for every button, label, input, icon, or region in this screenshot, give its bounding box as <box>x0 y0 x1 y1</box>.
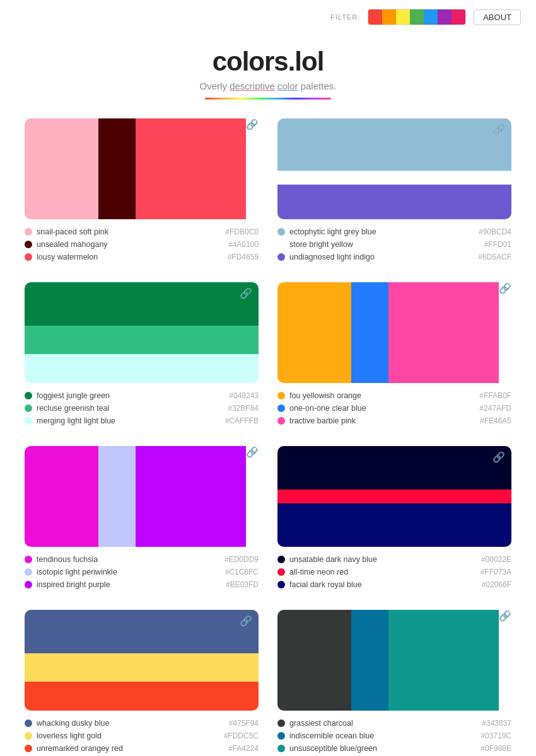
color-dot <box>25 404 32 412</box>
color-hex: #CAFFFB <box>225 416 259 425</box>
swatch-row <box>277 118 511 171</box>
list-item: unremarked orangey red#FA4224 <box>25 742 259 755</box>
palette-link-icon[interactable]: 🔗 <box>240 287 252 299</box>
color-hex: #02066F <box>482 580 511 589</box>
filter-swatch[interactable] <box>396 9 410 25</box>
palette-swatch: 🔗 <box>277 610 511 711</box>
palette-link-icon[interactable]: 🔗 <box>492 123 505 135</box>
color-name: store bright yellow <box>289 240 353 249</box>
palette-swatch: 🔗 <box>25 610 259 711</box>
list-item: all-time neon red#FF073A <box>277 566 511 578</box>
color-name: merging light light blue <box>37 416 115 425</box>
color-hex: #03719C <box>481 731 511 740</box>
color-name: snail-paced soft pink <box>37 227 108 236</box>
palette-link-icon[interactable]: 🔗 <box>240 615 252 627</box>
list-item: whacking dusky blue#475F94 <box>25 717 259 730</box>
color-hex: #FFAB0F <box>479 391 511 400</box>
list-item: store bright yellow#FFD01 <box>277 238 511 251</box>
color-hex: #0F988E <box>481 744 511 753</box>
palette-card: 🔗fou yellowish orange#FFAB0Fone-on-one c… <box>277 282 511 427</box>
swatch-row <box>25 682 259 711</box>
palettes-grid: 🔗snail-paced soft pink#FDB0C0unsealed ma… <box>9 118 527 756</box>
list-item: lousy watermelon#FD4659 <box>25 251 259 263</box>
list-item: tractive barbie pink#FE46A5 <box>277 415 511 427</box>
swatch-row <box>277 171 511 185</box>
swatch-col <box>136 446 247 547</box>
palette-link-icon[interactable]: 🔗 <box>499 282 511 383</box>
color-dot <box>25 392 32 399</box>
list-item: unsusceptible blue/green#0F988E <box>277 742 511 755</box>
color-name: facial dark royal blue <box>289 580 362 589</box>
swatch-row <box>277 185 511 219</box>
color-name: ectophytic light grey blue <box>289 227 376 236</box>
palette-card: 🔗foggiest jungle green#048243recluse gre… <box>25 282 259 427</box>
color-dot <box>25 719 32 727</box>
filter-label: FILTER: <box>330 13 360 21</box>
swatch-row <box>25 354 259 383</box>
swatch-row <box>277 446 511 490</box>
palette-link-icon[interactable]: 🔗 <box>492 451 505 463</box>
swatch-row <box>25 610 259 653</box>
filter-swatch[interactable] <box>438 9 452 25</box>
color-dot <box>277 241 285 248</box>
color-dot <box>277 745 285 752</box>
palette-link-icon[interactable]: 🔗 <box>499 610 511 711</box>
color-name: recluse greenish teal <box>37 404 109 413</box>
list-item: grassiest charcoal#343837 <box>277 717 511 730</box>
filter-swatch[interactable] <box>424 9 438 25</box>
color-hex: #475F94 <box>229 719 259 728</box>
color-hex: #FFD01 <box>484 240 511 249</box>
color-hex: #6D5ACF <box>478 253 511 261</box>
filter-swatch[interactable] <box>368 9 382 25</box>
list-item: one-on-one clear blue#247AFD <box>277 402 511 415</box>
list-item: undiagnosed light indigo#6D5ACF <box>277 251 511 263</box>
color-dot <box>277 581 285 588</box>
filter-swatch[interactable] <box>410 9 424 25</box>
list-item: fou yellowish orange#FFAB0F <box>277 389 511 402</box>
list-item: facial dark royal blue#02066F <box>277 578 511 591</box>
color-name: tendinous fuchsia <box>37 555 98 564</box>
color-hex: #90BCD4 <box>479 227 511 236</box>
color-dot <box>277 253 285 261</box>
swatch-col <box>25 118 98 219</box>
swatch-row <box>25 326 259 355</box>
color-name: one-on-one clear blue <box>289 404 366 413</box>
swatch-col <box>388 610 499 711</box>
swatch-col <box>351 610 388 711</box>
color-name: indiscernible ocean blue <box>289 731 374 740</box>
color-name: unsealed mahogany <box>37 240 108 249</box>
swatch-col <box>98 446 136 547</box>
filter-swatch[interactable] <box>452 9 465 25</box>
color-hex: #C1C6FC <box>225 568 259 576</box>
color-hex: #00022E <box>481 555 511 564</box>
color-hex: #FD4659 <box>228 253 259 261</box>
color-dot <box>277 228 285 236</box>
palette-swatch: 🔗 <box>277 282 511 383</box>
filter-swatches[interactable] <box>368 9 466 25</box>
list-item: loverless light gold#FDDC5C <box>25 730 259 742</box>
color-name: fou yellowish orange <box>289 391 361 400</box>
color-name: foggiest jungle green <box>37 391 110 400</box>
swatch-row <box>277 490 511 503</box>
list-item: unsatable dark navy blue#00022E <box>277 553 511 566</box>
color-list: grassiest charcoal#343837indiscernible o… <box>277 717 511 755</box>
color-hex: #343837 <box>482 719 511 728</box>
filter-swatch[interactable] <box>382 9 396 25</box>
color-dot <box>277 392 285 399</box>
palette-card: 🔗whacking dusky blue#475F94loverless lig… <box>25 610 259 755</box>
color-name: unsatable dark navy blue <box>289 555 377 564</box>
color-hex: #FDDC5C <box>224 731 259 740</box>
color-list: tendinous fuchsia#ED0DD9isotopic light p… <box>25 553 259 591</box>
list-item: unsealed mahogany#4A0100 <box>25 238 259 251</box>
color-hex: #247AFD <box>479 404 511 413</box>
color-hex: #FE46A5 <box>480 416 511 425</box>
swatch-col <box>277 610 351 711</box>
site-subtitle: Overly descriptive color palettes. <box>0 81 536 91</box>
rainbow-line <box>205 98 331 100</box>
list-item: snail-paced soft pink#FDB0C0 <box>25 226 259 238</box>
swatch-col <box>277 282 351 383</box>
about-button[interactable]: ABOUT <box>474 9 521 25</box>
swatch-col <box>388 282 499 383</box>
palette-link-icon[interactable]: 🔗 <box>246 446 259 547</box>
palette-link-icon[interactable]: 🔗 <box>246 118 259 219</box>
